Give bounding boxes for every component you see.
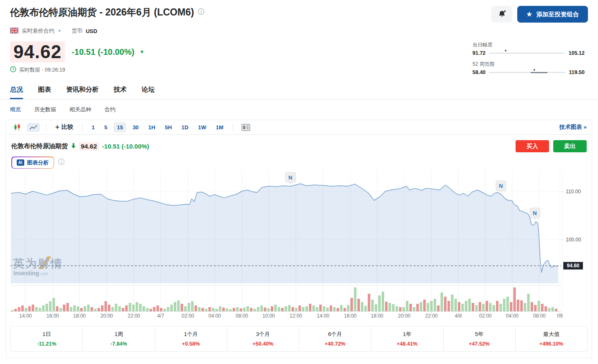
sell-button[interactable]: 卖出 xyxy=(553,140,587,152)
svg-text:94.60: 94.60 xyxy=(567,263,579,269)
chart-toolbar: + 比较 1515301H5H1D1W1M 技术图表 » xyxy=(6,120,592,135)
subtab-1[interactable]: 概览 xyxy=(10,106,21,113)
sub-tabs: 概览历史数据相关品种合约 xyxy=(0,100,598,119)
ai-chart-analysis-button[interactable]: AI 图表分析 xyxy=(11,156,54,169)
week52-range-label: 52 周范围 xyxy=(472,61,585,68)
svg-text:14:00: 14:00 xyxy=(317,313,329,319)
subtab-3[interactable]: 相关品种 xyxy=(69,106,91,113)
compare-label: 比较 xyxy=(62,123,73,131)
bell-plus-icon xyxy=(498,9,506,19)
star-icon: ★ xyxy=(526,10,532,18)
instrument-page: 伦敦布伦特原油期货 - 2026年6月 (LCOM6) ★ 添加至投资组合 xyxy=(0,0,598,358)
chart-canvas[interactable]: 14:0016:0018:0020:0022:004/702:0004:0008… xyxy=(10,170,588,321)
svg-text:N: N xyxy=(288,174,292,181)
perf-cell-4[interactable]: 3个月+50.40% xyxy=(227,326,299,351)
perf-value: +50.40% xyxy=(227,341,299,347)
line-chart-icon[interactable] xyxy=(27,123,40,132)
svg-text:02:00: 02:00 xyxy=(182,313,194,319)
svg-text:16:00: 16:00 xyxy=(46,313,59,319)
ai-info-icon[interactable] xyxy=(58,158,65,167)
interval-30[interactable]: 30 xyxy=(130,123,141,132)
svg-text:100.00: 100.00 xyxy=(566,237,581,243)
perf-label: 1个月 xyxy=(155,331,227,338)
candlestick-chart-icon[interactable] xyxy=(11,122,23,132)
svg-text:4/8: 4/8 xyxy=(455,313,462,319)
svg-text:09: 09 xyxy=(557,313,563,319)
create-alert-button[interactable] xyxy=(491,6,512,23)
perf-value: +48.41% xyxy=(371,341,443,347)
ai-analysis-label: 图表分析 xyxy=(27,159,49,167)
perf-label: 5年 xyxy=(444,331,515,338)
perf-cell-6[interactable]: 1年+48.41% xyxy=(371,326,443,351)
uk-flag-icon xyxy=(10,28,18,35)
perf-value: +40.72% xyxy=(299,341,371,347)
down-arrow-icon xyxy=(71,143,76,150)
add-to-portfolio-button[interactable]: ★ 添加至投资组合 xyxy=(517,6,588,23)
perf-cell-3[interactable]: 1个月+0.58% xyxy=(155,326,227,351)
perf-label: 最大值 xyxy=(516,331,587,338)
perf-cell-2[interactable]: 1周-7.84% xyxy=(83,326,155,351)
perf-cell-7[interactable]: 5年+47.52% xyxy=(444,326,516,351)
interval-1M[interactable]: 1M xyxy=(213,123,226,132)
week52-range-track: ▼ xyxy=(489,72,565,73)
interval-15[interactable]: 15 xyxy=(114,123,126,132)
tab-4[interactable]: 技术 xyxy=(114,85,127,99)
daily-range-track: ▼ xyxy=(489,53,565,54)
ranges-panel: 当日幅度 91.72 ▼ 105.12 52 周范围 58.40 ▼ 119.5… xyxy=(472,41,585,75)
instrument-type-label[interactable]: 实时差价合约 xyxy=(22,27,54,35)
chart-price-change: -10.51 (-10.00%) xyxy=(102,143,149,150)
chevron-down-icon: ▼ xyxy=(58,29,62,33)
chart-last-price: 94.62 xyxy=(79,142,99,151)
perf-cell-5[interactable]: 6个月+40.72% xyxy=(299,326,371,351)
performance-strip: 1日-11.21%1周-7.84%1个月+0.58%3个月+50.40%6个月+… xyxy=(10,326,588,352)
compare-button[interactable]: + 比较 xyxy=(53,123,76,132)
svg-text:22:00: 22:00 xyxy=(128,313,140,319)
svg-text:22:00: 22:00 xyxy=(425,313,438,319)
tab-1[interactable]: 总况 xyxy=(10,85,23,99)
instrument-header: 伦敦布伦特原油期货 - 2026年6月 (LCOM6) ★ 添加至投资组合 xyxy=(0,0,598,75)
perf-value: -11.21% xyxy=(11,341,82,347)
svg-text:04:00: 04:00 xyxy=(208,313,221,319)
chart-card: + 比较 1515301H5H1D1W1M 技术图表 » 伦敦布伦特原油期货 9… xyxy=(6,120,592,358)
svg-text:20:00: 20:00 xyxy=(100,313,113,319)
title-info-icon[interactable] xyxy=(198,8,205,17)
toolbar-divider xyxy=(233,123,233,131)
perf-cell-1[interactable]: 1日-11.21% xyxy=(11,326,83,351)
week52-range: 52 周范围 58.40 ▼ 119.50 xyxy=(472,61,585,75)
week52-range-min: 58.40 xyxy=(472,69,485,75)
main-tabs: 总况图表资讯和分析技术论坛 xyxy=(0,85,598,100)
subtab-4[interactable]: 合约 xyxy=(105,106,115,113)
interval-1[interactable]: 1 xyxy=(89,123,98,132)
svg-text:10:00: 10:00 xyxy=(262,313,275,319)
interval-1W[interactable]: 1W xyxy=(195,123,209,132)
chart-header: 伦敦布伦特原油期货 94.62 -10.51 (-10.00%) 买入 卖出 xyxy=(6,135,592,152)
subtab-2[interactable]: 历史数据 xyxy=(34,106,56,113)
toolbar-divider xyxy=(82,123,82,131)
price-chart[interactable]: 14:0016:0018:0020:0022:004/702:0004:0008… xyxy=(10,170,592,323)
svg-text:08:00: 08:00 xyxy=(533,313,546,319)
daily-range-min: 91.72 xyxy=(472,50,485,56)
interval-switcher: 1515301H5H1D1W1M xyxy=(89,123,226,132)
page-title: 伦敦布伦特原油期货 - 2026年6月 (LCOM6) xyxy=(10,6,194,19)
technical-chart-link[interactable]: 技术图表 » xyxy=(560,123,587,131)
svg-text:04:00: 04:00 xyxy=(506,313,518,319)
portfolio-button-label: 添加至投资组合 xyxy=(536,10,579,18)
svg-text:N: N xyxy=(533,210,536,216)
news-panel-icon[interactable] xyxy=(239,123,252,132)
tab-2[interactable]: 图表 xyxy=(38,85,51,99)
svg-text:02:00: 02:00 xyxy=(479,313,492,319)
interval-5[interactable]: 5 xyxy=(101,123,110,132)
perf-label: 1周 xyxy=(83,331,154,338)
perf-cell-8[interactable]: 最大值+496.10% xyxy=(516,326,587,351)
svg-text:20:00: 20:00 xyxy=(398,313,411,319)
buy-button[interactable]: 买入 xyxy=(516,140,549,152)
perf-label: 6个月 xyxy=(299,331,371,338)
tab-5[interactable]: 论坛 xyxy=(142,85,155,99)
change-caret-icon[interactable]: ▼ xyxy=(139,49,144,55)
interval-1H[interactable]: 1H xyxy=(145,123,158,132)
tab-3[interactable]: 资讯和分析 xyxy=(66,85,99,99)
svg-text:18:00: 18:00 xyxy=(371,313,383,319)
interval-5H[interactable]: 5H xyxy=(162,123,175,132)
perf-label: 1年 xyxy=(371,331,443,338)
interval-1D[interactable]: 1D xyxy=(179,123,192,132)
